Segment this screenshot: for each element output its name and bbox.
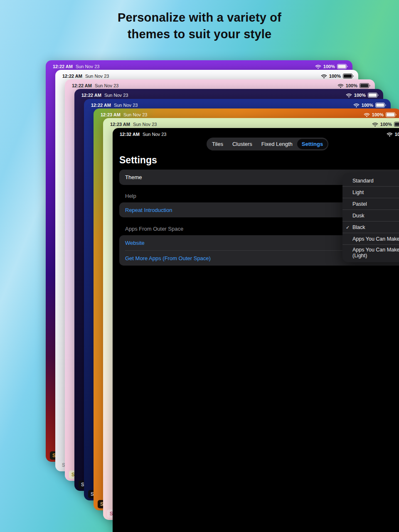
status-time: 12:22 AM [91,103,111,108]
theme-dropdown-menu: Standard Light Pastel Dusk ✓ Black Apps … [342,173,399,262]
battery-percent: 100% [372,112,384,117]
battery-icon [360,83,369,88]
wifi-icon [321,74,327,79]
status-time: 12:22 AM [62,74,82,79]
status-bar: 12:22 AM Sun Nov 23 100% [84,99,391,109]
menu-item-label: Black [352,224,365,230]
wifi-icon [387,132,393,137]
menu-item-label: Apps You Can Make [352,236,399,242]
page-title: Personalize with a variety of themes to … [0,9,399,42]
battery-icon [337,64,347,69]
status-date: Sun Nov 23 [123,112,147,117]
menu-item-apps-you-can-make-light[interactable]: Apps You Can Make (Light) [342,245,399,261]
help-section-header: Help [125,193,136,199]
wifi-icon [346,93,352,98]
status-bar: 12:22 AM Sun Nov 23 100% [65,79,375,90]
checkmark-icon: ✓ [346,224,350,230]
menu-item-label: Dusk [352,213,364,219]
battery-icon [375,103,385,108]
battery-percent: 100% [395,132,399,137]
status-date: Sun Nov 23 [95,83,118,88]
status-date: Sun Nov 23 [114,103,138,108]
view-segmented-control: Tiles Clusters Fixed Length Settings [207,138,328,150]
repeat-introduction-label: Repeat Introduction [125,207,172,213]
tab-tiles[interactable]: Tiles [207,139,228,149]
status-right-cluster: 100% [364,112,395,117]
status-date: Sun Nov 23 [76,64,99,69]
status-bar: 12:32 AM Sun Nov 23 100% [113,128,399,138]
wifi-icon [337,84,344,88]
menu-item-label: Light [352,190,364,195]
battery-percent: 100% [380,122,392,127]
battery-percent: 100% [354,93,366,98]
wifi-icon [315,64,321,69]
wifi-icon [364,113,370,117]
status-time: 12:32 AM [120,132,140,137]
status-right-cluster: 100% [315,64,347,69]
menu-item-black[interactable]: ✓ Black [342,222,399,233]
status-right-cluster: 100% [346,93,377,98]
menu-item-label: Standard [352,178,374,184]
battery-icon [368,93,377,98]
status-bar: 12:22 AM Sun Nov 23 100% [46,60,352,71]
status-time: 12:22 AM [53,64,73,69]
page-background: Personalize with a variety of themes to … [0,0,399,532]
menu-item-standard[interactable]: Standard [342,175,399,186]
menu-item-pastel[interactable]: Pastel [342,198,399,209]
get-more-apps-label: Get More Apps (From Outer Space) [125,255,211,261]
battery-percent: 100% [329,74,341,79]
battery-percent: 100% [346,83,357,88]
front-screen: 12:32 AM Sun Nov 23 100% Tiles Clusters … [113,128,399,532]
battery-icon [343,74,352,79]
status-date: Sun Nov 23 [104,93,128,98]
wifi-icon [372,122,378,127]
page-title-line-2: themes to suit your style [0,26,399,42]
apps-section-header: Apps From Outer Space [125,226,183,232]
status-right-cluster: 100% [321,74,352,79]
status-time: 12:22 AM [72,83,92,88]
status-right-cluster: 100% [372,122,399,127]
battery-percent: 100% [362,103,373,108]
tab-settings[interactable]: Settings [297,139,328,149]
status-right-cluster: 100% [387,132,399,137]
status-time: 12:22 AM [81,93,101,98]
status-right-cluster: 100% [353,103,385,108]
status-bar: 12:22 AM Sun Nov 23 100% [74,89,383,99]
status-bar: 12:23 AM Sun Nov 23 100% [103,118,399,128]
battery-icon [386,112,395,117]
status-date: Sun Nov 23 [133,122,157,127]
status-time: 12:23 AM [110,122,130,127]
menu-item-dusk[interactable]: Dusk [342,210,399,221]
status-right-cluster: 100% [337,83,369,88]
battery-icon [394,122,399,127]
status-time: 12:23 AM [101,112,121,117]
theme-row-label: Theme [125,174,142,180]
page-title-line-1: Personalize with a variety of [0,9,399,26]
tab-clusters[interactable]: Clusters [228,139,257,149]
status-date: Sun Nov 23 [143,132,166,137]
menu-item-light[interactable]: Light [342,187,399,198]
menu-item-apps-you-can-make[interactable]: Apps You Can Make [342,233,399,244]
status-date: Sun Nov 23 [85,74,109,79]
menu-item-label: Apps You Can Make (Light) [352,247,399,259]
wifi-icon [353,103,360,108]
tab-fixed-length[interactable]: Fixed Length [257,139,297,149]
settings-heading: Settings [119,155,157,166]
status-bar: 12:23 AM Sun Nov 23 100% [94,108,399,119]
status-bar: 12:22 AM Sun Nov 23 100% [55,70,358,80]
battery-percent: 100% [323,64,335,69]
menu-item-label: Pastel [352,201,367,207]
website-label: Website [125,240,145,246]
